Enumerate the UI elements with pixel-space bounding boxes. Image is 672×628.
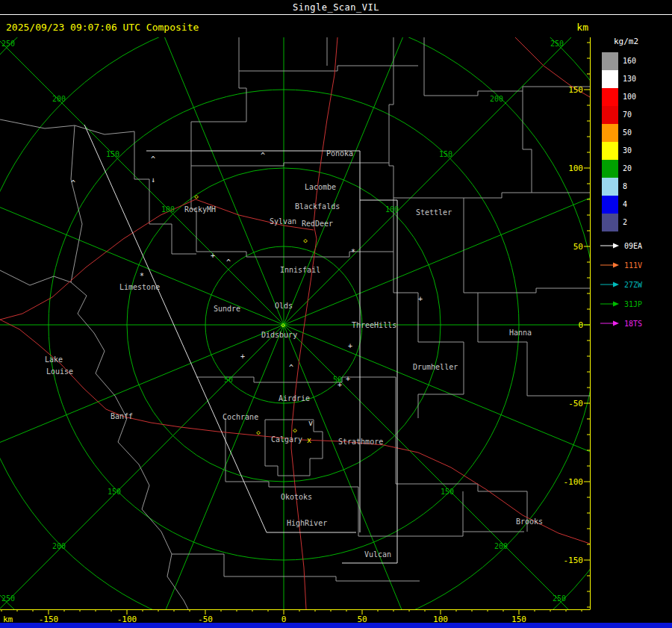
- town-label: Didsbury: [261, 331, 297, 339]
- county-boundary: [393, 193, 590, 198]
- station-arrow-icon: [599, 319, 620, 328]
- range-ring-label: 50: [224, 376, 233, 384]
- station-legend-row: 31JP: [599, 294, 642, 314]
- highway: [0, 199, 196, 320]
- county-boundary: [403, 532, 524, 536]
- legend-unit-label: kg/m2: [614, 37, 638, 46]
- diamond-marker: ◇: [194, 193, 199, 200]
- vil-scale-cell: [602, 124, 618, 142]
- town-label: Banff: [111, 412, 133, 420]
- plus-marker: +: [348, 342, 352, 350]
- vil-color-scale: [602, 52, 618, 231]
- town-label: Olds: [275, 302, 293, 310]
- town-label: Drumheller: [413, 363, 458, 371]
- county-boundary: [224, 576, 420, 581]
- station-arrow-icon: [599, 299, 620, 308]
- county-boundary: [523, 91, 532, 193]
- vil-scale-value: 50: [623, 124, 636, 142]
- county-boundary: [134, 131, 196, 254]
- y-axis-label: -50: [568, 399, 583, 408]
- diamond-marker: ◇: [281, 321, 285, 329]
- county-boundary: [196, 252, 393, 257]
- vil-scale-cell: [602, 106, 618, 124]
- plus-marker: +: [240, 352, 245, 361]
- vil-scale-cell: [602, 52, 618, 70]
- azimuth-spoke: [122, 0, 284, 325]
- y-axis-label: 0: [578, 320, 583, 330]
- county-boundary: [464, 198, 478, 342]
- county-boundary: [0, 119, 134, 134]
- town-label: Airdrie: [279, 394, 310, 402]
- azimuth-spoke: [0, 325, 284, 624]
- town-label: Stettler: [416, 208, 452, 217]
- town-label: Lacombe: [305, 183, 336, 191]
- cross-marker: x: [307, 436, 311, 444]
- vil-scale-value: 70: [623, 106, 636, 124]
- azimuth-spoke: [122, 325, 284, 628]
- y-axis-label: 50: [573, 242, 583, 252]
- vil-scale-cell: [602, 196, 618, 214]
- town-label: Okotoks: [281, 493, 312, 501]
- caret-marker: ^: [289, 364, 293, 372]
- station-legend-row: 09EA: [599, 236, 642, 255]
- caret-marker: ^: [261, 152, 265, 160]
- range-ring-label: 200: [52, 95, 66, 103]
- town-label: Lake: [45, 355, 63, 364]
- range-ring-label: 250: [1, 594, 15, 603]
- vil-scale-value: 2: [623, 214, 636, 231]
- diamond-marker: ◇: [303, 237, 308, 244]
- range-ring-label: 150: [439, 150, 452, 158]
- vil-scale-value: 130: [623, 70, 636, 88]
- azimuth-spoke: [0, 164, 284, 325]
- town-label: Calgary: [271, 435, 302, 444]
- vil-scale-value: 30: [623, 142, 636, 160]
- radar-station-legend: 09EA111V27ZW31JP18TS: [599, 236, 642, 333]
- town-label: Innisfail: [280, 266, 320, 274]
- town-label: HighRiver: [287, 519, 327, 527]
- vil-color-scale-labels: 16013010070503020842: [623, 52, 636, 231]
- county-boundary: [0, 270, 71, 285]
- range-ring-label: 200: [494, 542, 508, 550]
- range-ring-label: 250: [550, 40, 564, 48]
- vil-scale-cell: [602, 160, 618, 178]
- range-ring-label: 200: [52, 542, 66, 550]
- station-legend-row: 18TS: [599, 314, 642, 333]
- town-label: Ponoka: [326, 149, 353, 158]
- range-ring-label: 250: [553, 594, 566, 603]
- vil-scale-cell: [602, 142, 618, 160]
- radar-map: 2502001501002502001501005050150200250150…: [0, 0, 672, 628]
- vil-scale-cell: [602, 88, 618, 106]
- station-arrow-icon: [599, 241, 620, 250]
- town-label: Louise: [46, 367, 73, 376]
- radar-application-window: { "window": { "title": "Single_Scan_VIL"…: [0, 0, 672, 628]
- station-id-label: 18TS: [624, 320, 642, 328]
- plus-marker: +: [337, 381, 342, 389]
- vil-scale-cell: [602, 214, 618, 231]
- taskbar-strip: [0, 623, 672, 628]
- vil-scale-value: 20: [623, 160, 636, 178]
- vil-scale-cell: [602, 178, 618, 196]
- town-label: RockyMH: [184, 205, 216, 214]
- y-axis-label: 100: [568, 164, 583, 173]
- vil-scale-value: 160: [623, 52, 636, 70]
- town-label: Vulcan: [364, 550, 391, 559]
- town-label: Sylvan: [270, 217, 296, 226]
- station-legend-row: 111V: [599, 255, 642, 275]
- town-label: RedDeer: [302, 220, 333, 228]
- town-label: Limestone: [119, 283, 160, 291]
- asterisk-marker: *: [351, 248, 355, 256]
- county-boundary: [71, 282, 188, 609]
- y-axis-label: -100: [564, 477, 584, 487]
- caret-marker: ^: [151, 155, 155, 164]
- county-boundary: [71, 125, 82, 282]
- vil-scale-value: 4: [623, 196, 636, 214]
- vil-scale-value: 8: [623, 178, 636, 196]
- plus-marker: +: [418, 295, 423, 303]
- range-ring-label: 200: [490, 95, 503, 103]
- county-boundary: [239, 66, 418, 71]
- station-legend-row: 27ZW: [599, 275, 642, 294]
- station-id-label: 111V: [624, 261, 642, 270]
- town-label: Sundre: [214, 305, 240, 313]
- station-id-label: 09EA: [624, 242, 642, 250]
- station-arrow-icon: [599, 280, 620, 289]
